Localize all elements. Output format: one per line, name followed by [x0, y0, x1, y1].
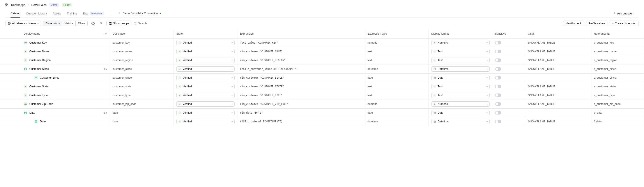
table-row[interactable]: 123 Customer Zip Code customer_zip_code … — [0, 100, 644, 108]
ask-question-button[interactable]: Ask question — [613, 12, 634, 17]
seg-filters[interactable]: Filters — [76, 21, 88, 26]
format-label: Numeric — [438, 102, 448, 106]
table-row[interactable]: Customer Since 1 ▾ customer_since ✓ Veri… — [0, 64, 644, 73]
format-dropdown[interactable]: Date ▾ — [431, 75, 490, 80]
state-dropdown[interactable]: ✓ Verified ▾ — [176, 110, 234, 116]
sensitive-toggle[interactable] — [495, 111, 501, 114]
state-dropdown[interactable]: ✓ Verified ▾ — [176, 92, 234, 98]
row-origin: SNOWFLAKE_TABLE — [525, 100, 591, 108]
create-dimension-button[interactable]: + Create dimension — [610, 20, 639, 26]
sensitive-toggle[interactable] — [495, 120, 501, 123]
table-row[interactable]: Customer Since customer_since ✓ Verified… — [0, 73, 644, 82]
tab-eval-label: Eval — [83, 12, 88, 15]
row-expression: CAST(a_customer_since AS TIMESTAMPNTZ) — [237, 64, 365, 73]
seg-metrics[interactable]: Metrics — [62, 21, 76, 26]
svg-rect-31 — [35, 121, 37, 122]
sensitive-toggle[interactable] — [495, 85, 501, 88]
table-row[interactable]: 123 Customer Key customer_key ✓ Verified… — [0, 38, 644, 47]
col-display-name[interactable]: Display name — [0, 29, 110, 38]
sensitive-toggle[interactable] — [495, 76, 501, 80]
format-type-icon: T — [433, 94, 436, 97]
col-reference-id[interactable]: Reference ID — [591, 29, 644, 38]
seg-dimensions[interactable]: Dimensions — [43, 21, 62, 26]
col-origin[interactable]: Origin — [525, 29, 591, 38]
numeric-type-icon: 123 — [24, 102, 27, 106]
tab-catalog[interactable]: Catalog — [10, 12, 20, 18]
chevron-down-icon: ▾ — [232, 59, 233, 62]
col-sensitive[interactable]: Sensitive — [492, 29, 525, 38]
format-dropdown[interactable]: T Text ▾ — [431, 58, 490, 63]
col-description[interactable]: Description — [110, 29, 174, 38]
format-dropdown[interactable]: Σ Numeric ▾ — [431, 40, 490, 45]
show-groups-button[interactable]: Show groups — [106, 20, 132, 26]
verified-check-icon: ✓ — [178, 111, 181, 114]
format-dropdown[interactable]: Datetime ▾ — [431, 66, 490, 72]
child-count[interactable]: 1 ▾ — [104, 68, 107, 70]
format-dropdown[interactable]: T Text ▾ — [431, 92, 490, 98]
svg-rect-0 — [6, 4, 8, 6]
state-dropdown[interactable]: ✓ Verified ▾ — [176, 119, 234, 124]
row-display-name: Customer Region — [29, 59, 50, 62]
tab-assets[interactable]: Assets — [52, 12, 61, 17]
svg-rect-17 — [434, 68, 436, 70]
table-row[interactable]: Date date ✓ Verified ▾ CAST(b_date AS TI… — [0, 117, 644, 126]
tab-eval[interactable]: Eval Maintainer — [83, 12, 104, 17]
sensitive-toggle[interactable] — [495, 67, 501, 71]
col-expression[interactable]: Expression — [237, 29, 365, 38]
breadcrumb-root[interactable]: Knowledge — [11, 3, 25, 6]
state-dropdown[interactable]: ✓ Verified ▾ — [176, 40, 234, 45]
state-dropdown[interactable]: ✓ Verified ▾ — [176, 84, 234, 89]
child-count[interactable]: 1 ▾ — [104, 112, 107, 114]
table-row[interactable]: A Customer Name customer_name ✓ Verified… — [0, 47, 644, 56]
breadcrumb-current[interactable]: Retail Sales — [31, 3, 46, 6]
chevron-down-icon: ▾ — [486, 86, 488, 88]
sensitive-toggle[interactable] — [495, 102, 501, 106]
view-segment: Dimensions Metrics Filters — [43, 20, 88, 26]
row-origin: SNOWFLAKE_TABLE — [525, 91, 591, 100]
scope-label: All tables and views — [12, 22, 36, 25]
format-dropdown[interactable]: T Text ▾ — [431, 84, 490, 89]
table-row[interactable]: Date 1 ▾ date ✓ Verified ▾ dim_date."DAT… — [0, 108, 644, 117]
date-type-icon — [34, 120, 38, 123]
col-expression-type[interactable]: Expression type — [365, 29, 428, 38]
table-row[interactable]: A Customer State customer_state ✓ Verifi… — [0, 82, 644, 91]
state-dropdown[interactable]: ✓ Verified ▾ — [176, 102, 234, 107]
format-dropdown[interactable]: Date ▾ — [431, 110, 490, 116]
health-check-button[interactable]: Health check — [563, 20, 584, 26]
svg-rect-9 — [109, 24, 110, 24]
col-state[interactable]: State — [174, 29, 238, 38]
state-dropdown[interactable]: ✓ Verified ▾ — [176, 75, 234, 80]
scope-dropdown[interactable]: All tables and views ▾ — [5, 20, 41, 26]
table-row[interactable]: A Customer Region customer_region ✓ Veri… — [0, 56, 644, 64]
sensitive-toggle[interactable] — [495, 50, 501, 53]
sensitive-toggle[interactable] — [495, 94, 501, 97]
hide-icon-button[interactable] — [90, 20, 96, 26]
state-label: Verified — [183, 68, 192, 70]
filter-icon-button[interactable] — [98, 20, 104, 26]
sensitive-toggle[interactable] — [495, 41, 501, 44]
tab-question-library[interactable]: Question Library — [26, 12, 47, 17]
row-expression: dim_date."DATE" — [237, 108, 365, 117]
format-dropdown[interactable]: T Text ▾ — [431, 49, 490, 54]
state-dropdown[interactable]: ✓ Verified ▾ — [176, 66, 234, 72]
snowflake-icon — [118, 12, 121, 15]
state-label: Verified — [183, 41, 192, 44]
row-description: customer_state — [110, 82, 174, 91]
row-description: date — [110, 117, 174, 126]
state-dropdown[interactable]: ✓ Verified ▾ — [176, 49, 234, 54]
table-row[interactable]: A Customer Type customer_type ✓ Verified… — [0, 91, 644, 100]
sort-arrow-up-icon[interactable] — [104, 32, 107, 35]
copy-icon — [5, 3, 8, 6]
tab-training[interactable]: Training — [67, 12, 77, 17]
chevron-down-icon: ▾ — [486, 68, 488, 70]
ask-question-label: Ask question — [617, 12, 634, 15]
connection-indicator[interactable]: Demo Snowflake Connection — [118, 12, 161, 17]
svg-rect-8 — [110, 24, 112, 24]
search-input[interactable] — [138, 22, 182, 25]
state-dropdown[interactable]: ✓ Verified ▾ — [176, 58, 234, 63]
profile-values-button[interactable]: Profile values — [586, 20, 608, 26]
format-dropdown[interactable]: Datetime ▾ — [431, 119, 490, 124]
col-display-format[interactable]: Display format — [428, 29, 492, 38]
sensitive-toggle[interactable] — [495, 58, 501, 62]
format-dropdown[interactable]: Σ Numeric ▾ — [431, 102, 490, 107]
